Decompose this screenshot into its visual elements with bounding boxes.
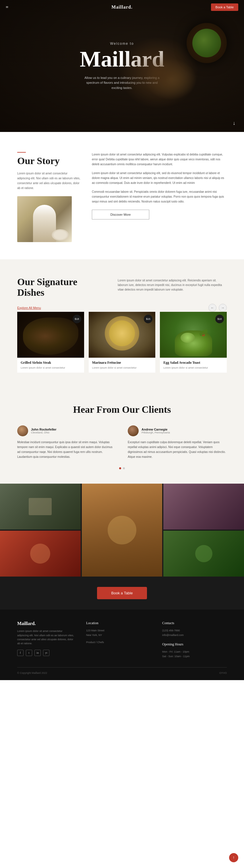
footer-top: Maillard. Lorem ipsum dolor sit amet con…: [17, 621, 227, 659]
testimonial-2: Andrew Carnegie Pittsburgh, Pennsylvania…: [128, 425, 227, 459]
footer-location-text: 123 Main Street New York, NY Product / C…: [86, 628, 151, 645]
dish-info-pasta: Marinara Fettucine Lorem ipsum dolor si …: [89, 358, 156, 373]
explore-all-menu-link[interactable]: Explore All Menu: [17, 306, 41, 310]
dish-image-steak: $18: [17, 312, 84, 358]
testimonial-location-1: Cleveland, Ohio: [31, 431, 57, 434]
story-short-text: Lorem ipsum dolor sit amet consectetur a…: [17, 171, 80, 190]
dishes-title-block: Our Signature Dishes: [17, 277, 80, 298]
footer-social: f t in yt: [17, 650, 74, 656]
scroll-down-icon: ↓: [233, 120, 235, 126]
story-section: Our Story Lorem ipsum dolor sit amet con…: [0, 132, 244, 259]
nav-book-button[interactable]: Book a Table: [211, 3, 238, 11]
testimonials-title: Hear From Our Clients: [17, 404, 227, 415]
hero-food: [192, 29, 221, 57]
instagram-icon[interactable]: in: [34, 650, 41, 656]
footer-contacts-text: (123) 456-7890 info@maillard.com: [162, 628, 227, 638]
avatar-2: [128, 425, 139, 436]
dishes-nav-row: Explore All Menu ← →: [17, 304, 227, 312]
footer-opening-title: Opening Hours: [162, 642, 227, 647]
dishes-description: Lorem ipsum dolor sit amet consectetur a…: [118, 277, 227, 292]
next-dish-button[interactable]: →: [219, 304, 227, 312]
gallery-item-5: [163, 531, 244, 577]
copyright-text: © Copyright Maillard 2022: [17, 672, 47, 674]
footer-contacts-title: Contacts: [162, 621, 227, 625]
gallery-item-1: [0, 484, 81, 529]
footer-contacts: Contacts (123) 456-7890 info@maillard.co…: [162, 621, 227, 659]
testimonials-section: Hear From Our Clients John Rockefeller C…: [0, 387, 244, 484]
story-para1: Lorem ipsum dolor sit amet consectetur a…: [92, 152, 227, 167]
testimonial-name-1: John Rockefeller: [31, 428, 57, 431]
story-right: Lorem ipsum dolor sit amet consectetur a…: [92, 152, 227, 219]
footer-location-title: Location: [86, 621, 151, 625]
dish-desc-steak: Lorem ipsum dolor si amet consectetur: [21, 366, 81, 370]
facebook-icon[interactable]: f: [17, 650, 24, 656]
testimonial-header-1: John Rockefeller Cleveland, Ohio: [17, 425, 116, 436]
testimonial-header-2: Andrew Carnegie Pittsburgh, Pennsylvania: [128, 425, 227, 436]
prev-dish-button[interactable]: ←: [208, 304, 216, 312]
testimonials-row: John Rockefeller Cleveland, Ohio Molesti…: [17, 425, 227, 459]
testimonial-text-2: Excepturi nam cupiditate culpa doloremqu…: [128, 440, 227, 459]
testimonial-1: John Rockefeller Cleveland, Ohio Molesti…: [17, 425, 116, 459]
footer-logo: Maillard.: [17, 621, 74, 626]
book-table-button[interactable]: Book a Table: [97, 587, 147, 599]
footer: Maillard. Lorem ipsum dolor sit amet con…: [0, 610, 244, 680]
gallery-item-2: [82, 484, 162, 577]
dish-info-steak: Grilled Sirloin Steak Lorem ipsum dolor …: [17, 358, 84, 373]
credit-text: OYVO: [219, 672, 227, 674]
nav-arrows: ← →: [208, 304, 227, 312]
dish-card-pasta: $15 Marinara Fettucine Lorem ipsum dolor…: [89, 312, 156, 373]
story-title: Our Story: [17, 155, 80, 166]
testimonial-name-2: Andrew Carnegie: [142, 428, 170, 431]
footer-brand-text: Lorem ipsum dolor sit amet consectetur a…: [17, 629, 74, 646]
gallery-grid: [0, 484, 244, 577]
nav-logo: Maillard.: [111, 5, 132, 10]
story-left: Our Story Lorem ipsum dolor sit amet con…: [17, 152, 80, 242]
dish-card-avocado: $10 Egg Salad Avocado Toast Lorem ipsum …: [160, 312, 227, 373]
dish-name-steak: Grilled Sirloin Steak: [21, 361, 81, 365]
hero-section: Welcome to Maillard Allow us to lead you…: [0, 0, 244, 132]
dish-name-avocado: Egg Salad Avocado Toast: [163, 361, 223, 365]
footer-brand: Maillard. Lorem ipsum dolor sit amet con…: [17, 621, 74, 659]
dish-price-avocado: $10: [215, 315, 224, 323]
twitter-icon[interactable]: t: [26, 650, 32, 656]
cta-section: Book a Table: [0, 577, 244, 610]
testimonial-text-1: Molestiae incidunt consequuntur quis ips…: [17, 440, 116, 459]
footer-location: Location 123 Main Street New York, NY Pr…: [86, 621, 151, 659]
dishes-section: Our Signature Dishes Lorem ipsum dolor s…: [0, 259, 244, 387]
dot-1[interactable]: [119, 467, 121, 469]
testimonial-dots: [17, 467, 227, 469]
youtube-icon[interactable]: yt: [43, 650, 50, 656]
footer-bottom: © Copyright Maillard 2022 OYVO: [17, 667, 227, 674]
navigation: ≡ Maillard. Book a Table: [0, 0, 244, 14]
dot-2[interactable]: [123, 467, 125, 469]
dish-card-steak: $18 Grilled Sirloin Steak Lorem ipsum do…: [17, 312, 84, 373]
story-image: [17, 196, 72, 242]
gallery-section: [0, 484, 244, 577]
dishes-header: Our Signature Dishes Lorem ipsum dolor s…: [17, 277, 227, 298]
footer-opening-text: Mon - Fri: 11am - 10pm Sat - Sun: 10am -…: [162, 649, 227, 659]
dish-desc-pasta: Lorem ipsum dolor si amet consectetur: [92, 366, 152, 370]
dish-desc-avocado: Lorem ipsum dolor si amet consectetur: [163, 366, 223, 370]
section-line-decoration: [17, 152, 26, 153]
testimonial-location-2: Pittsburgh, Pennsylvania: [142, 431, 170, 434]
dish-info-avocado: Egg Salad Avocado Toast Lorem ipsum dolo…: [160, 358, 227, 373]
dish-name-pasta: Marinara Fettucine: [92, 361, 152, 365]
dish-image-pasta: $15: [89, 312, 156, 358]
gallery-item-3: [163, 484, 244, 529]
discover-more-button[interactable]: Discover More: [92, 210, 149, 219]
plate-figure: [52, 229, 69, 241]
dish-price-pasta: $15: [144, 315, 152, 323]
story-para2: Lorem ipsum dolor sit amet consectetur a…: [92, 171, 227, 185]
menu-icon[interactable]: ≡: [6, 5, 8, 10]
avatar-1: [17, 425, 28, 436]
gallery-item-4: [0, 531, 81, 577]
dish-image-avocado: $10: [160, 312, 227, 358]
story-para3: Commodi recusandae labore sit. Perspicia…: [92, 189, 227, 204]
dishes-row: $18 Grilled Sirloin Steak Lorem ipsum do…: [17, 312, 227, 373]
dishes-title: Our Signature Dishes: [17, 277, 80, 298]
